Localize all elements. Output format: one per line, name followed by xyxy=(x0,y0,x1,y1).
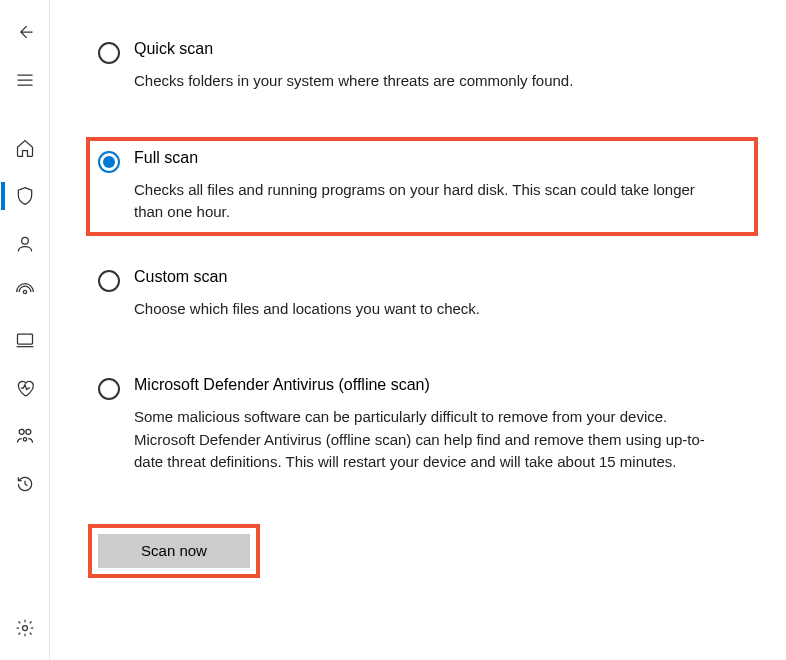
hamburger-icon xyxy=(15,70,35,90)
sidebar-item-home[interactable] xyxy=(1,124,49,172)
option-title: Custom scan xyxy=(134,268,480,286)
svg-point-1 xyxy=(23,290,26,293)
option-full-scan[interactable]: Full scan Checks all files and running p… xyxy=(86,137,758,236)
option-description: Checks folders in your system where thre… xyxy=(134,70,573,93)
option-description: Checks all files and running programs on… xyxy=(134,179,714,224)
option-offline-scan[interactable]: Microsoft Defender Antivirus (offline sc… xyxy=(86,364,758,486)
history-icon xyxy=(15,474,35,494)
option-title: Quick scan xyxy=(134,40,573,58)
option-quick-scan[interactable]: Quick scan Checks folders in your system… xyxy=(86,28,758,105)
svg-point-0 xyxy=(21,237,28,244)
firewall-icon xyxy=(15,282,35,302)
back-arrow-icon xyxy=(15,22,35,42)
family-icon xyxy=(15,426,35,446)
option-description: Some malicious software can be particula… xyxy=(134,406,714,474)
device-icon xyxy=(15,330,35,350)
back-button[interactable] xyxy=(1,8,49,56)
scan-now-highlight: Scan now xyxy=(88,524,260,578)
scan-options-panel: Quick scan Checks folders in your system… xyxy=(50,0,786,660)
option-description: Choose which files and locations you wan… xyxy=(134,298,480,321)
shield-icon xyxy=(15,186,35,206)
home-icon xyxy=(15,138,35,158)
gear-icon xyxy=(15,618,35,638)
account-icon xyxy=(15,234,35,254)
sidebar-item-settings[interactable] xyxy=(1,604,49,652)
sidebar-item-account[interactable] xyxy=(1,220,49,268)
sidebar-item-performance[interactable] xyxy=(1,364,49,412)
option-custom-scan[interactable]: Custom scan Choose which files and locat… xyxy=(86,256,758,333)
radio-quick-scan[interactable] xyxy=(98,42,120,64)
sidebar xyxy=(0,0,50,660)
sidebar-item-protection[interactable] xyxy=(1,172,49,220)
scan-now-button[interactable]: Scan now xyxy=(98,534,250,568)
option-title: Microsoft Defender Antivirus (offline sc… xyxy=(134,376,714,394)
svg-point-3 xyxy=(19,429,24,434)
svg-point-6 xyxy=(22,626,27,631)
radio-full-scan[interactable] xyxy=(98,151,120,173)
sidebar-item-family[interactable] xyxy=(1,412,49,460)
svg-rect-2 xyxy=(17,334,32,344)
sidebar-item-history[interactable] xyxy=(1,460,49,508)
option-title: Full scan xyxy=(134,149,714,167)
svg-point-5 xyxy=(23,438,26,441)
sidebar-item-device[interactable] xyxy=(1,316,49,364)
radio-offline-scan[interactable] xyxy=(98,378,120,400)
sidebar-item-firewall[interactable] xyxy=(1,268,49,316)
radio-custom-scan[interactable] xyxy=(98,270,120,292)
menu-button[interactable] xyxy=(1,56,49,104)
heart-icon xyxy=(15,378,35,398)
svg-point-4 xyxy=(25,429,30,434)
